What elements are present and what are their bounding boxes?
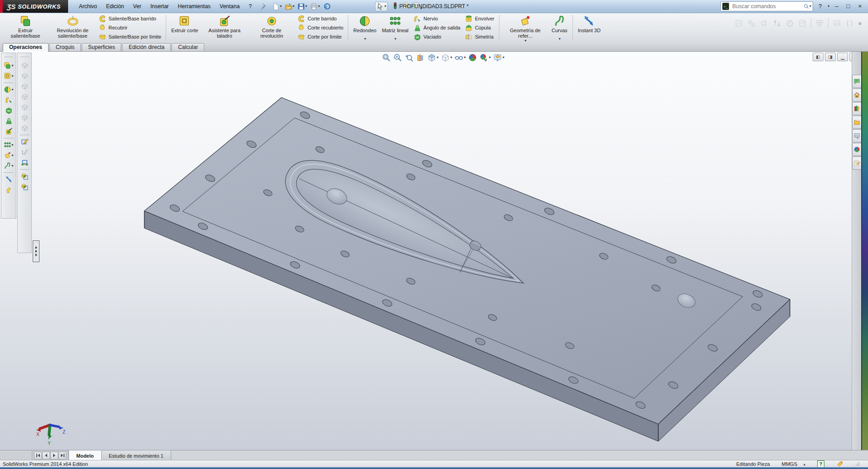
dome-button[interactable]: Cúpula (463, 23, 497, 32)
motion-study-tab[interactable]: Estudio de movimiento 1 (102, 450, 171, 460)
vt-view-perspective-button[interactable] (18, 112, 31, 123)
doc-minimize-button[interactable]: ▁ (837, 53, 848, 61)
shell-button[interactable]: Vaciado (411, 32, 463, 41)
loft-button[interactable]: Recubrir (96, 23, 163, 32)
vt-view-hlv-button[interactable] (18, 81, 31, 92)
menu-ventana[interactable]: Ventana (215, 1, 244, 12)
file-explorer-tab-button[interactable] (852, 116, 862, 129)
vt-rib-button[interactable] (2, 95, 15, 105)
print-button[interactable]: ▾ (309, 2, 321, 11)
snapshot-button[interactable]: ▾ (493, 53, 505, 63)
interference-check-button[interactable] (391, 2, 399, 11)
more-tools-chevron[interactable]: » (858, 20, 862, 27)
view-orientation-button[interactable]: ▾ (427, 53, 439, 63)
model-tab[interactable]: Modelo (69, 450, 102, 460)
new-file-button[interactable]: ▾ (271, 2, 283, 11)
previous-tab-button[interactable] (42, 452, 50, 459)
quick-tips-button[interactable]: ? (817, 460, 824, 468)
vt-pattern-button[interactable]: ▾ (2, 140, 15, 150)
mirror-button[interactable]: Simetría (463, 32, 497, 41)
search-input[interactable] (731, 3, 804, 10)
command-search[interactable]: >_ ▾ (720, 1, 813, 11)
menu-ayuda[interactable]: ? (244, 1, 256, 12)
resources-tab-button[interactable] (852, 88, 862, 102)
vt-view-hlr-button[interactable] (18, 71, 31, 81)
next-tab-button[interactable] (50, 452, 58, 459)
split-pane-right-button[interactable]: ◨ (825, 53, 836, 61)
last-tab-button[interactable] (59, 452, 66, 459)
select-tool-button[interactable]: ▾ (375, 2, 388, 11)
swept-cut-button[interactable]: Corte barrido (295, 14, 345, 23)
section-view-button[interactable] (415, 53, 425, 63)
split-pane-left-button[interactable]: ◧ (813, 53, 824, 61)
vt-dimetric-view-button[interactable] (18, 181, 31, 192)
view-palette-tab-button[interactable] (852, 129, 862, 142)
tab-croquis[interactable]: Croquis (49, 43, 81, 51)
rib-button[interactable]: Nervio (411, 14, 463, 23)
curves-button[interactable]: Curvas ▾ (549, 14, 570, 41)
reference-geometry-button[interactable]: Geometría de refer... ▾ (502, 14, 549, 41)
draft-button[interactable]: Ángulo de salida (411, 23, 463, 32)
linear-pattern-button[interactable]: Matriz lineal ▾ (379, 14, 411, 41)
vt-curves-button[interactable]: ▾ (2, 161, 15, 171)
zoom-to-area-button[interactable] (393, 53, 403, 63)
vt-view-shadows-button[interactable] (18, 102, 31, 112)
view-settings-button[interactable]: ▾ (479, 53, 491, 63)
tab-edicion-directa[interactable]: Edición directa (122, 43, 171, 51)
resize-grip[interactable] (855, 462, 860, 466)
zoom-to-fit-button[interactable] (381, 53, 391, 63)
menu-herramientas[interactable]: Herramientas (173, 1, 215, 12)
3d-model-viewport[interactable] (0, 51, 861, 450)
hole-wizard-button[interactable]: Asistente para taladro (201, 14, 248, 41)
vt-extrude-cut-button[interactable]: ▾ (2, 71, 15, 81)
pin-menubar-icon[interactable] (259, 3, 266, 10)
menu-insertar[interactable]: Insertar (146, 1, 173, 12)
featuremanager-expand-handle[interactable] (33, 240, 39, 262)
extrude-boss-button[interactable]: Extruir saliente/base (2, 14, 49, 41)
vt-view-wireframe-button[interactable] (18, 92, 31, 102)
vt-view-shaded-button[interactable] (18, 60, 31, 71)
toolbar-grip[interactable] (5, 57, 13, 59)
vt-instant3d-button[interactable] (2, 174, 15, 185)
minimize-button[interactable]: – (832, 2, 841, 11)
first-tab-button[interactable] (34, 452, 42, 459)
menu-ver[interactable]: Ver (128, 1, 146, 12)
boundary-cut-button[interactable]: Corte por límite (295, 32, 345, 41)
display-style-button[interactable]: ▾ (440, 53, 453, 63)
file-properties-button[interactable] (402, 2, 409, 11)
vt-smart-dimension-button[interactable] (18, 147, 31, 157)
extrude-cut-button[interactable]: Extruir corte (168, 14, 201, 41)
search-scope-dropdown[interactable]: ▾ (809, 5, 811, 8)
restore-button[interactable]: □ (844, 2, 853, 11)
vt-extrude-boss-button[interactable]: ▾ (2, 60, 15, 71)
tag-icon[interactable] (836, 461, 843, 467)
fillet-button[interactable]: Redondeo ▾ (350, 14, 379, 41)
vt-shell-button[interactable] (2, 105, 15, 116)
close-button[interactable]: × (855, 2, 864, 11)
vt-hole-wizard-button[interactable] (2, 126, 15, 137)
lofted-cut-button[interactable]: Corte recubierto (295, 23, 345, 32)
vt-draft-button[interactable] (2, 116, 15, 126)
swept-boss-button[interactable]: Saliente/Base barrido (96, 14, 163, 23)
vt-view-cavity-button[interactable] (18, 123, 31, 133)
revolve-boss-button[interactable]: Revolución de saliente/base (49, 14, 96, 41)
units-selector[interactable]: MMGS ▴ (782, 461, 805, 467)
custom-properties-tab-button[interactable] (852, 156, 862, 170)
search-icon[interactable] (804, 3, 809, 10)
vt-fillet-button[interactable]: ▾ (2, 84, 15, 95)
revolve-cut-button[interactable]: Corte de revolución (248, 14, 295, 41)
undo-button[interactable] (322, 2, 331, 11)
vt-reference-geometry-button[interactable]: ▾ (2, 150, 15, 161)
wrap-button[interactable]: Envolver (463, 14, 497, 23)
menu-archivo[interactable]: Archivo (74, 1, 102, 12)
tab-superficies[interactable]: Superficies (82, 43, 121, 51)
vt-sketch-button[interactable] (18, 137, 31, 147)
appearances-tab-button[interactable] (852, 143, 862, 156)
open-file-button[interactable]: ▾ (284, 2, 296, 11)
design-library-tab-button[interactable] (852, 102, 862, 115)
hide-show-items-button[interactable]: ▾ (454, 53, 466, 63)
toolbar-grip[interactable] (20, 57, 29, 59)
vt-convert-entities-button[interactable] (18, 157, 31, 168)
forum-tab-button[interactable] (852, 75, 862, 88)
previous-view-button[interactable] (404, 53, 414, 63)
